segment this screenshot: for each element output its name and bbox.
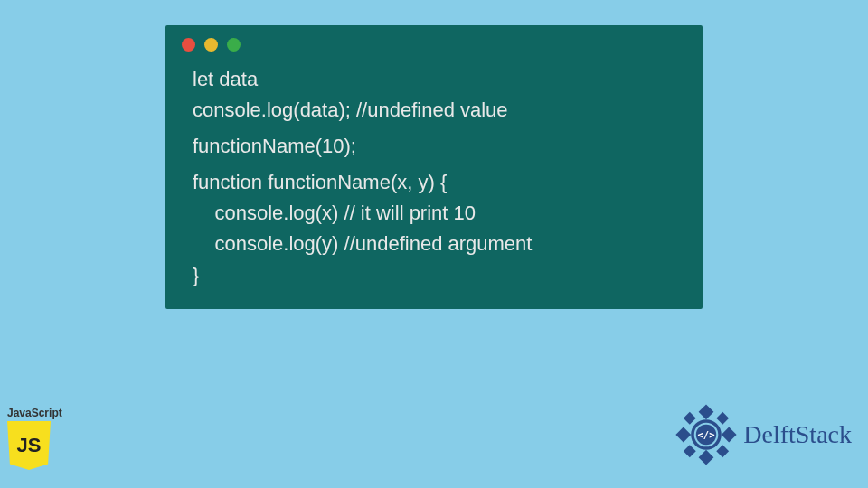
svg-marker-7 <box>717 445 730 457</box>
code-line: console.log(data); //undefined value <box>193 95 675 126</box>
svg-marker-5 <box>717 412 730 425</box>
code-window: let data console.log(data); //undefined … <box>165 25 703 309</box>
svg-marker-2 <box>676 427 692 443</box>
close-icon <box>182 38 195 52</box>
svg-marker-6 <box>684 445 696 457</box>
delftstack-text: DelftStack <box>743 420 852 449</box>
maximize-icon <box>227 38 241 52</box>
javascript-badge: JavaScript JS <box>7 407 63 470</box>
javascript-label: JavaScript <box>7 407 63 419</box>
code-glyph-icon: </> <box>698 429 715 440</box>
code-line: let data <box>193 64 675 95</box>
code-line: functionName(10); <box>193 131 675 162</box>
delftstack-badge: </> DelftStack <box>675 403 852 466</box>
code-line: function functionName(x, y) { <box>193 167 675 198</box>
svg-marker-0 <box>699 404 714 419</box>
minimize-icon <box>204 38 218 52</box>
javascript-logo-icon: JS <box>7 421 51 470</box>
code-line: console.log(x) // it will print 10 <box>193 198 675 229</box>
delftstack-logo-icon: </> <box>675 403 738 466</box>
svg-marker-1 <box>699 450 714 465</box>
code-line: console.log(y) //undefined argument <box>193 229 675 259</box>
svg-marker-3 <box>722 427 737 443</box>
window-controls <box>165 25 703 59</box>
javascript-logo-text: JS <box>17 434 42 457</box>
code-line: } <box>193 260 675 291</box>
code-body: let data console.log(data); //undefined … <box>165 59 703 291</box>
svg-marker-4 <box>684 412 696 425</box>
